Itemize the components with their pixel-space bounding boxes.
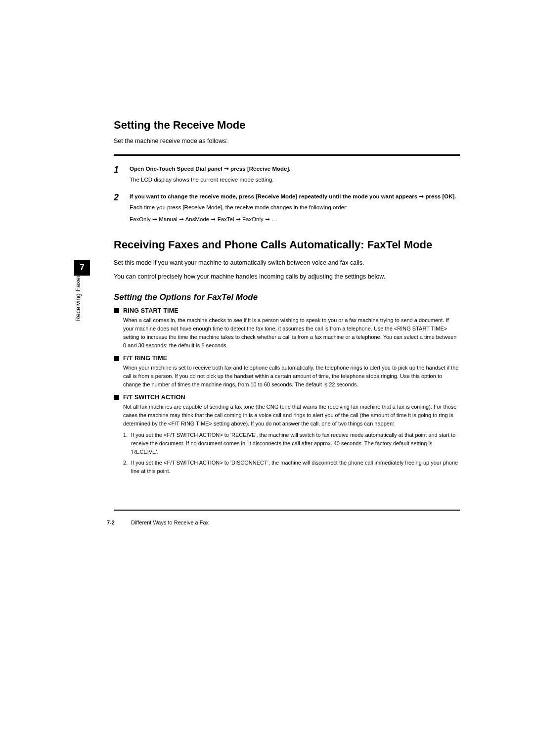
step-2: 2 If you want to change the receive mode… xyxy=(114,192,460,224)
list-text: If you set the <F/T SWITCH ACTION> to 'R… xyxy=(131,431,460,456)
list-item: 2. If you set the <F/T SWITCH ACTION> to… xyxy=(123,459,460,475)
option-title: RING START TIME xyxy=(123,307,178,314)
square-bullet-icon xyxy=(114,308,119,313)
step-1: 1 Open One-Touch Speed Dial panel ➞ pres… xyxy=(114,165,460,185)
step-instruction: Open One-Touch Speed Dial panel ➞ press … xyxy=(130,165,460,173)
option-title: F/T RING TIME xyxy=(123,355,167,362)
chapter-number: 7 xyxy=(80,263,84,273)
list-text: If you set the <F/T SWITCH ACTION> to 'D… xyxy=(131,459,460,475)
step-detail: Each time you press [Receive Mode], the … xyxy=(130,203,460,212)
page-content: Setting the Receive Mode Set the machine… xyxy=(114,119,460,477)
list-number: 1. xyxy=(123,431,131,456)
option-body: When a call comes in, the machine checks… xyxy=(123,316,460,350)
horizontal-rule xyxy=(114,154,460,156)
option-title: F/T SWITCH ACTION xyxy=(123,394,185,401)
page-footer: 7-2 Different Ways to Receive a Fax xyxy=(107,520,209,525)
option-body: Not all fax machines are capable of send… xyxy=(123,403,460,428)
paragraph: Set this mode if you want your machine t… xyxy=(114,258,460,268)
square-bullet-icon xyxy=(114,356,119,361)
option-heading-row: F/T RING TIME xyxy=(114,355,460,362)
step-number: 2 xyxy=(114,192,130,224)
option-heading-row: RING START TIME xyxy=(114,307,460,314)
section-heading-faxtel: Receiving Faxes and Phone Calls Automati… xyxy=(114,238,460,252)
page-number: 7-2 xyxy=(107,520,115,525)
step-number: 1 xyxy=(114,165,130,185)
section-heading-receive-mode: Setting the Receive Mode xyxy=(114,119,460,132)
list-number: 2. xyxy=(123,459,131,475)
list-item: 1. If you set the <F/T SWITCH ACTION> to… xyxy=(123,431,460,456)
option-body: When your machine is set to receive both… xyxy=(123,364,460,389)
footer-title: Different Ways to Receive a Fax xyxy=(131,520,209,525)
square-bullet-icon xyxy=(114,395,119,400)
numbered-list: 1. If you set the <F/T SWITCH ACTION> to… xyxy=(123,431,460,475)
step-instruction: If you want to change the receive mode, … xyxy=(130,192,460,201)
chapter-side-label: Receiving Faxes xyxy=(74,274,82,322)
step-sequence: FaxOnly ➞ Manual ➞ AnsMode ➞ FaxTel ➞ Fa… xyxy=(130,215,460,224)
footer-rule xyxy=(114,510,460,511)
paragraph: You can control precisely how your machi… xyxy=(114,272,460,282)
subsection-heading: Setting the Options for FaxTel Mode xyxy=(114,292,460,302)
section-intro: Set the machine receive mode as follows: xyxy=(114,138,460,144)
step-detail: The LCD display shows the current receiv… xyxy=(130,175,460,184)
option-heading-row: F/T SWITCH ACTION xyxy=(114,394,460,401)
chapter-tab: 7 xyxy=(74,260,90,276)
